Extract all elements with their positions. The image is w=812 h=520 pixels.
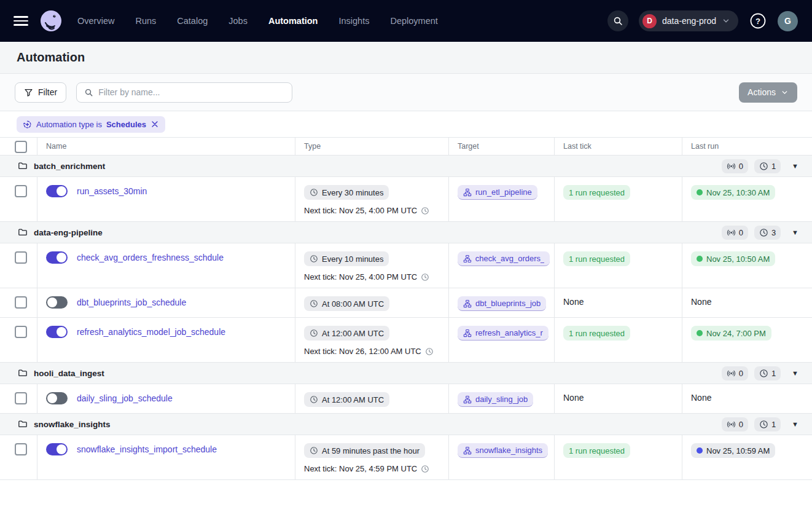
schedule-toggle[interactable]	[46, 326, 68, 338]
schedule-toggle[interactable]	[46, 443, 68, 455]
job-icon	[463, 254, 472, 263]
job-icon	[463, 446, 472, 455]
top-nav: OverviewRunsCatalogJobsAutomationInsight…	[0, 0, 812, 42]
nav-item-automation[interactable]: Automation	[268, 16, 318, 26]
empty-area	[0, 480, 812, 520]
nav-item-runs[interactable]: Runs	[135, 16, 156, 26]
svg-text:?: ?	[755, 17, 760, 26]
automation-row: daily_sling_job_schedule At 12:00 AM UTC…	[0, 384, 812, 414]
folder-icon	[18, 419, 28, 429]
automation-name-link[interactable]: dbt_blueprints_job_schedule	[77, 297, 186, 309]
target-pill[interactable]: snowflake_insights	[458, 443, 548, 458]
last-run-cell: Nov 25, 10:59 AM	[682, 435, 812, 479]
automations-table: Name Type Target Last tick Last run batc…	[0, 137, 812, 480]
schedule-count-badge: 3	[754, 226, 781, 240]
target-pill[interactable]: check_avg_orders_	[458, 251, 550, 266]
nav-item-deployment[interactable]: Deployment	[390, 16, 437, 26]
last-tick-cell: None	[555, 384, 682, 413]
automation-name-link[interactable]: refresh_analytics_model_job_schedule	[77, 326, 225, 338]
group-row: hooli_data_ingest 0 1 ▼	[0, 363, 812, 384]
row-checkbox[interactable]	[15, 326, 27, 338]
filter-button[interactable]: Filter	[15, 82, 66, 103]
group-row: batch_enrichment 0 1 ▼	[0, 156, 812, 177]
nav-item-insights[interactable]: Insights	[338, 16, 369, 26]
actions-button-label: Actions	[748, 87, 776, 97]
group-name: snowflake_insights	[34, 420, 111, 429]
row-checkbox[interactable]	[15, 251, 27, 264]
collapse-caret-icon[interactable]: ▼	[792, 229, 798, 236]
remove-filter-icon[interactable]	[150, 120, 159, 128]
user-avatar[interactable]: G	[778, 11, 798, 31]
filter-button-label: Filter	[38, 87, 57, 97]
next-tick-text: Next tick: Nov 25, 4:00 PM UTC	[304, 272, 440, 282]
last-tick-pill[interactable]: 1 run requested	[563, 185, 630, 200]
schedule-interval-pill: At 08:00 AM UTC	[304, 296, 389, 311]
automation-name-link[interactable]: daily_sling_job_schedule	[77, 393, 173, 404]
last-tick-cell: 1 run requested	[555, 435, 682, 479]
collapse-caret-icon[interactable]: ▼	[792, 369, 798, 377]
schedule-toggle[interactable]	[46, 185, 68, 197]
automation-name-link[interactable]: check_avg_orders_freshness_schdule	[77, 252, 224, 264]
nav-item-catalog[interactable]: Catalog	[177, 16, 208, 26]
schedule-toggle[interactable]	[46, 392, 68, 404]
name-filter-input[interactable]	[98, 87, 284, 97]
last-tick-pill[interactable]: 1 run requested	[563, 251, 630, 266]
target-pill[interactable]: dbt_blueprints_job	[458, 296, 546, 311]
schedule-count-badge: 1	[754, 417, 781, 431]
clock-icon	[421, 465, 429, 473]
next-tick-text: Next tick: Nov 26, 12:00 AM UTC	[304, 347, 440, 356]
deployment-switcher[interactable]: D data-eng-prod	[639, 10, 738, 31]
schedule-interval-pill: At 12:00 AM UTC	[304, 326, 389, 341]
schedule-toggle[interactable]	[46, 251, 68, 264]
sensor-count-badge: 0	[722, 159, 748, 173]
last-tick-pill[interactable]: 1 run requested	[563, 443, 630, 458]
automation-name-link[interactable]: snowflake_insights_import_schedule	[77, 444, 217, 455]
target-pill[interactable]: refresh_analytics_r	[458, 326, 548, 341]
last-run-pill[interactable]: Nov 25, 10:59 AM	[691, 443, 775, 458]
clock-icon	[310, 329, 318, 337]
automation-type-icon	[23, 120, 32, 129]
table-body: batch_enrichment 0 1 ▼ run_assets_30min …	[0, 156, 812, 480]
clock-icon	[421, 273, 429, 282]
actions-button[interactable]: Actions	[739, 82, 797, 103]
last-tick-pill[interactable]: 1 run requested	[563, 326, 630, 341]
sensor-count-badge: 0	[722, 417, 748, 431]
row-checkbox[interactable]	[15, 185, 27, 197]
row-checkbox[interactable]	[15, 443, 27, 455]
clock-icon	[310, 446, 318, 455]
none-value: None	[691, 393, 711, 403]
last-run-pill[interactable]: Nov 24, 7:00 PM	[691, 326, 771, 341]
column-header-target: Target	[449, 138, 555, 155]
column-header-last-tick: Last tick	[555, 138, 682, 155]
target-pill[interactable]: run_etl_pipeline	[458, 185, 537, 200]
schedule-toggle[interactable]	[46, 296, 68, 309]
filter-chip-value: Schedules	[106, 120, 146, 129]
clock-icon	[310, 395, 318, 404]
nav-item-jobs[interactable]: Jobs	[228, 16, 248, 26]
row-checkbox[interactable]	[15, 392, 27, 404]
last-run-cell: Nov 25, 10:30 AM	[682, 177, 812, 221]
automation-name-link[interactable]: run_assets_30min	[77, 186, 147, 197]
last-run-cell: None	[682, 288, 812, 317]
schedule-count-badge: 1	[754, 366, 781, 380]
row-checkbox[interactable]	[15, 296, 27, 309]
search-icon[interactable]	[607, 10, 628, 31]
help-icon[interactable]: ?	[749, 12, 767, 30]
dagster-logo-icon[interactable]	[39, 9, 63, 33]
target-pill[interactable]: daily_sling_job	[458, 392, 533, 407]
collapse-caret-icon[interactable]: ▼	[792, 162, 798, 170]
last-tick-cell: 1 run requested	[555, 318, 682, 362]
search-icon	[84, 88, 93, 97]
last-run-cell: Nov 24, 7:00 PM	[682, 318, 812, 362]
nav-item-overview[interactable]: Overview	[77, 16, 114, 26]
collapse-caret-icon[interactable]: ▼	[792, 420, 798, 428]
none-value: None	[563, 297, 584, 307]
select-all-checkbox[interactable]	[15, 141, 27, 153]
chevron-down-icon	[781, 89, 789, 97]
hamburger-menu-icon[interactable]	[14, 16, 28, 26]
filter-chip-automation-type[interactable]: Automation type is Schedules	[17, 116, 165, 133]
last-run-pill[interactable]: Nov 25, 10:50 AM	[691, 251, 775, 266]
active-filters: Automation type is Schedules	[0, 111, 812, 137]
automation-row: run_assets_30min Every 30 minutes Next t…	[0, 177, 812, 222]
last-run-pill[interactable]: Nov 25, 10:30 AM	[691, 185, 775, 200]
